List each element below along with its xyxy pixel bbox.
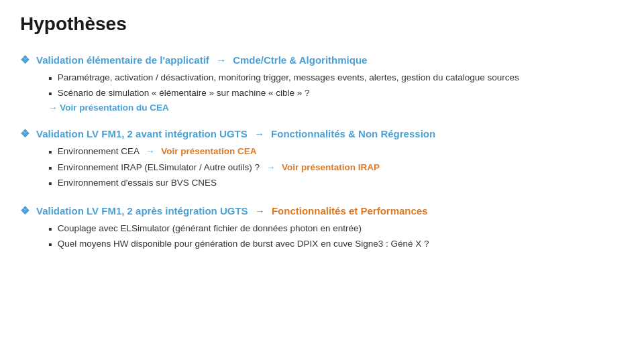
- section-3-arrow: →: [255, 205, 265, 217]
- inline-arrow: →: [146, 146, 157, 156]
- section-2: ❖ Validation LV FM1, 2 avant intégration…: [20, 127, 624, 190]
- bullet-v-1: ❖: [20, 54, 30, 66]
- sub-item: ▪ Paramétrage, activation / désactivatio…: [48, 72, 624, 84]
- sub-item-text: Environnement IRAP (ELSimulator / Autre …: [58, 162, 380, 174]
- sub-bullet: ▪: [48, 177, 52, 190]
- bullet-v-3: ❖: [20, 204, 30, 217]
- section-1-see-link: → Voir présentation du CEA: [48, 103, 624, 113]
- sub-item-text: Scénario de simulation « élémentaire » s…: [58, 87, 310, 100]
- see-link-prefix: →: [48, 103, 60, 113]
- sub-bullet: ▪: [48, 162, 52, 174]
- section-1-title-part2: Cmde/Ctrle & Algorithmique: [233, 54, 367, 66]
- section-1-arrow: →: [216, 54, 226, 66]
- sub-item-text: Paramétrage, activation / désactivation,…: [58, 72, 519, 84]
- section-2-arrow: →: [254, 128, 264, 139]
- sub-bullet: ▪: [48, 238, 52, 251]
- sub-item-text: Quel moyens HW disponible pour génératio…: [58, 238, 429, 251]
- sub-bullet: ▪: [48, 87, 52, 100]
- section-1-header: ❖ Validation élémentaire de l'applicatif…: [20, 54, 624, 66]
- sub-item-text: Couplage avec ELSimulator (générant fich…: [58, 223, 362, 235]
- sub-bullet: ▪: [48, 72, 52, 84]
- section-2-header: ❖ Validation LV FM1, 2 avant intégration…: [20, 127, 624, 140]
- section-3: ❖ Validation LV FM1, 2 après intégration…: [20, 204, 624, 251]
- sub-item-text: Environnement d'essais sur BVS CNES: [58, 177, 217, 190]
- section-3-header: ❖ Validation LV FM1, 2 après intégration…: [20, 204, 624, 217]
- section-1-title: Validation élémentaire de l'applicatif →…: [36, 54, 367, 66]
- sub-item: ▪ Couplage avec ELSimulator (générant fi…: [48, 223, 624, 235]
- page-title: Hypothèses: [20, 13, 624, 35]
- highlight-link: Voir présentation CEA: [161, 146, 256, 156]
- inline-arrow: →: [266, 162, 278, 172]
- highlight-link: Voir présentation IRAP: [282, 162, 380, 172]
- section-3-sub-items: ▪ Couplage avec ELSimulator (générant fi…: [48, 223, 624, 251]
- bullet-v-2: ❖: [20, 127, 30, 140]
- section-1-sub-items: ▪ Paramétrage, activation / désactivatio…: [48, 72, 624, 100]
- sub-bullet: ▪: [48, 223, 52, 235]
- section-2-sub-items: ▪ Environnement CEA → Voir présentation …: [48, 145, 624, 190]
- section-2-title: Validation LV FM1, 2 avant intégration U…: [36, 128, 435, 139]
- sub-item: ▪ Environnement IRAP (ELSimulator / Autr…: [48, 162, 624, 174]
- section-2-title-part2: Fonctionnalités & Non Régression: [271, 128, 435, 139]
- sub-bullet: ▪: [48, 145, 52, 158]
- sub-item: ▪ Scénario de simulation « élémentaire »…: [48, 87, 624, 100]
- see-link-text: Voir présentation du CEA: [60, 103, 169, 113]
- section-1: ❖ Validation élémentaire de l'applicatif…: [20, 54, 624, 113]
- section-3-title-part2: Fonctionnalités et Performances: [272, 205, 428, 217]
- section-2-title-part1: Validation LV FM1, 2 avant intégration U…: [36, 128, 248, 139]
- sub-item: ▪ Quel moyens HW disponible pour générat…: [48, 238, 624, 251]
- page-container: Hypothèses ❖ Validation élémentaire de l…: [0, 0, 644, 362]
- text-part: Environnement CEA: [58, 146, 140, 156]
- section-3-title-part1: Validation LV FM1, 2 après intégration U…: [36, 205, 248, 217]
- section-1-title-part1: Validation élémentaire de l'applicatif: [36, 54, 209, 66]
- sub-item: ▪ Environnement CEA → Voir présentation …: [48, 145, 624, 158]
- section-3-title: Validation LV FM1, 2 après intégration U…: [36, 205, 428, 217]
- sub-item: ▪ Environnement d'essais sur BVS CNES: [48, 177, 624, 190]
- sub-item-text: Environnement CEA → Voir présentation CE…: [58, 145, 257, 158]
- text-part: Environnement IRAP (ELSimulator / Autre …: [58, 162, 260, 172]
